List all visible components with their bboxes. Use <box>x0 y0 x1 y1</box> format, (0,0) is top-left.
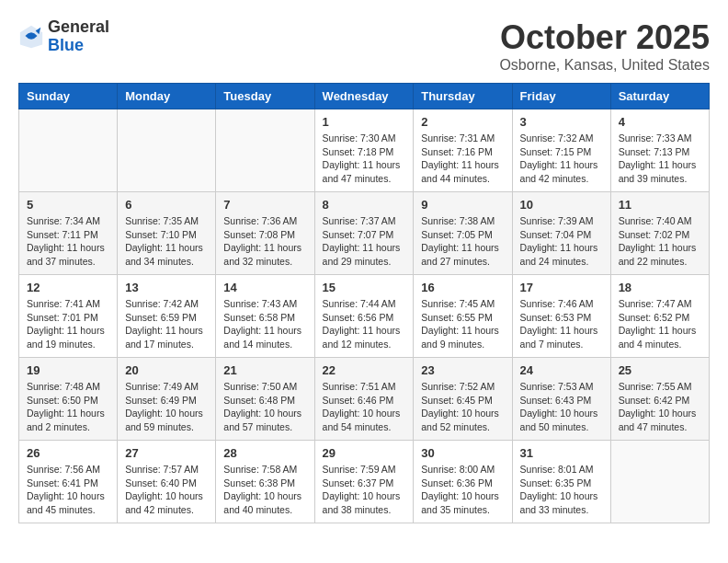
day-info: Sunrise: 7:40 AMSunset: 7:02 PMDaylight:… <box>619 214 701 269</box>
logo-icon <box>18 24 44 50</box>
calendar-cell: 13Sunrise: 7:42 AMSunset: 6:59 PMDayligh… <box>118 275 216 358</box>
calendar-cell: 8Sunrise: 7:37 AMSunset: 7:07 PMDaylight… <box>314 192 414 275</box>
day-number: 11 <box>619 198 701 212</box>
calendar-cell: 23Sunrise: 7:52 AMSunset: 6:45 PMDayligh… <box>414 358 512 441</box>
calendar-cell: 30Sunrise: 8:00 AMSunset: 6:36 PMDayligh… <box>414 441 512 523</box>
calendar-cell <box>610 441 709 523</box>
calendar-cell: 16Sunrise: 7:45 AMSunset: 6:55 PMDayligh… <box>414 275 512 358</box>
day-number: 30 <box>421 446 504 460</box>
day-number: 31 <box>520 446 603 460</box>
calendar-cell <box>19 109 118 192</box>
calendar-cell: 15Sunrise: 7:44 AMSunset: 6:56 PMDayligh… <box>314 275 414 358</box>
week-row-1: 1Sunrise: 7:30 AMSunset: 7:18 PMDaylight… <box>19 109 710 192</box>
calendar-cell: 10Sunrise: 7:39 AMSunset: 7:04 PMDayligh… <box>512 192 610 275</box>
weekday-header-friday: Friday <box>512 84 610 109</box>
day-number: 29 <box>323 446 406 460</box>
calendar-cell: 25Sunrise: 7:55 AMSunset: 6:42 PMDayligh… <box>610 358 709 441</box>
day-info: Sunrise: 7:52 AMSunset: 6:45 PMDaylight:… <box>421 380 504 434</box>
logo-blue-label: Blue <box>48 37 109 55</box>
day-info: Sunrise: 7:30 AMSunset: 7:18 PMDaylight:… <box>323 132 406 186</box>
day-number: 8 <box>323 198 406 212</box>
week-row-5: 26Sunrise: 7:56 AMSunset: 6:41 PMDayligh… <box>19 441 710 523</box>
day-info: Sunrise: 7:53 AMSunset: 6:43 PMDaylight:… <box>520 380 603 434</box>
day-info: Sunrise: 7:43 AMSunset: 6:58 PMDaylight:… <box>223 297 306 351</box>
day-info: Sunrise: 7:57 AMSunset: 6:40 PMDaylight:… <box>125 463 208 517</box>
day-number: 9 <box>421 198 504 212</box>
day-info: Sunrise: 7:50 AMSunset: 6:48 PMDaylight:… <box>223 380 306 434</box>
day-info: Sunrise: 7:32 AMSunset: 7:15 PMDaylight:… <box>520 132 603 186</box>
day-number: 28 <box>223 446 306 460</box>
weekday-header-thursday: Thursday <box>414 84 512 109</box>
day-number: 22 <box>323 363 406 377</box>
calendar-cell: 19Sunrise: 7:48 AMSunset: 6:50 PMDayligh… <box>19 358 118 441</box>
day-info: Sunrise: 7:49 AMSunset: 6:49 PMDaylight:… <box>125 380 208 434</box>
week-row-4: 19Sunrise: 7:48 AMSunset: 6:50 PMDayligh… <box>19 358 710 441</box>
day-number: 4 <box>619 115 701 129</box>
day-info: Sunrise: 7:48 AMSunset: 6:50 PMDaylight:… <box>27 380 109 434</box>
day-number: 27 <box>125 446 208 460</box>
day-info: Sunrise: 7:33 AMSunset: 7:13 PMDaylight:… <box>619 132 701 186</box>
day-number: 23 <box>421 363 504 377</box>
calendar-cell: 18Sunrise: 7:47 AMSunset: 6:52 PMDayligh… <box>610 275 709 358</box>
day-info: Sunrise: 7:59 AMSunset: 6:37 PMDaylight:… <box>323 463 406 517</box>
day-info: Sunrise: 8:01 AMSunset: 6:35 PMDaylight:… <box>520 463 603 517</box>
calendar-cell: 31Sunrise: 8:01 AMSunset: 6:35 PMDayligh… <box>512 441 610 523</box>
week-row-2: 5Sunrise: 7:34 AMSunset: 7:11 PMDaylight… <box>19 192 710 275</box>
calendar-cell: 2Sunrise: 7:31 AMSunset: 7:16 PMDaylight… <box>414 109 512 192</box>
day-info: Sunrise: 7:44 AMSunset: 6:56 PMDaylight:… <box>323 297 406 351</box>
calendar-cell: 24Sunrise: 7:53 AMSunset: 6:43 PMDayligh… <box>512 358 610 441</box>
day-info: Sunrise: 8:00 AMSunset: 6:36 PMDaylight:… <box>421 463 504 517</box>
weekday-header-saturday: Saturday <box>610 84 709 109</box>
calendar-cell: 1Sunrise: 7:30 AMSunset: 7:18 PMDaylight… <box>314 109 414 192</box>
weekday-header-monday: Monday <box>118 84 216 109</box>
day-number: 20 <box>125 363 208 377</box>
day-info: Sunrise: 7:31 AMSunset: 7:16 PMDaylight:… <box>421 132 504 186</box>
day-number: 24 <box>520 363 603 377</box>
weekday-header-wednesday: Wednesday <box>314 84 414 109</box>
calendar-cell: 27Sunrise: 7:57 AMSunset: 6:40 PMDayligh… <box>118 441 216 523</box>
day-info: Sunrise: 7:51 AMSunset: 6:46 PMDaylight:… <box>323 380 406 434</box>
day-info: Sunrise: 7:34 AMSunset: 7:11 PMDaylight:… <box>27 214 109 269</box>
month-title: October 2025 <box>499 18 710 57</box>
calendar-cell: 9Sunrise: 7:38 AMSunset: 7:05 PMDaylight… <box>414 192 512 275</box>
day-number: 3 <box>520 115 603 129</box>
day-number: 16 <box>421 281 504 294</box>
day-number: 2 <box>421 115 504 129</box>
day-number: 7 <box>223 198 306 212</box>
day-number: 17 <box>520 281 603 294</box>
day-number: 6 <box>125 198 208 212</box>
day-number: 21 <box>223 363 306 377</box>
day-number: 15 <box>323 281 406 294</box>
weekday-header-row: SundayMondayTuesdayWednesdayThursdayFrid… <box>19 84 710 109</box>
day-info: Sunrise: 7:42 AMSunset: 6:59 PMDaylight:… <box>125 297 208 351</box>
weekday-header-tuesday: Tuesday <box>216 84 314 109</box>
day-number: 25 <box>619 363 701 377</box>
location: Osborne, Kansas, United States <box>499 57 710 74</box>
day-info: Sunrise: 7:38 AMSunset: 7:05 PMDaylight:… <box>421 214 504 269</box>
day-number: 14 <box>223 281 306 294</box>
day-info: Sunrise: 7:58 AMSunset: 6:38 PMDaylight:… <box>223 463 306 517</box>
day-number: 26 <box>27 446 109 460</box>
calendar-cell: 11Sunrise: 7:40 AMSunset: 7:02 PMDayligh… <box>610 192 709 275</box>
day-number: 18 <box>619 281 701 294</box>
calendar-cell: 5Sunrise: 7:34 AMSunset: 7:11 PMDaylight… <box>19 192 118 275</box>
day-info: Sunrise: 7:41 AMSunset: 7:01 PMDaylight:… <box>27 297 109 351</box>
calendar-cell <box>118 109 216 192</box>
calendar-cell: 29Sunrise: 7:59 AMSunset: 6:37 PMDayligh… <box>314 441 414 523</box>
day-info: Sunrise: 7:37 AMSunset: 7:07 PMDaylight:… <box>323 214 406 269</box>
day-info: Sunrise: 7:36 AMSunset: 7:08 PMDaylight:… <box>223 214 306 269</box>
calendar-cell: 22Sunrise: 7:51 AMSunset: 6:46 PMDayligh… <box>314 358 414 441</box>
calendar-cell: 6Sunrise: 7:35 AMSunset: 7:10 PMDaylight… <box>118 192 216 275</box>
page-header: General Blue October 2025 Osborne, Kansa… <box>18 18 710 74</box>
day-info: Sunrise: 7:47 AMSunset: 6:52 PMDaylight:… <box>619 297 701 351</box>
calendar-cell: 4Sunrise: 7:33 AMSunset: 7:13 PMDaylight… <box>610 109 709 192</box>
week-row-3: 12Sunrise: 7:41 AMSunset: 7:01 PMDayligh… <box>19 275 710 358</box>
calendar-cell <box>216 109 314 192</box>
calendar-cell: 20Sunrise: 7:49 AMSunset: 6:49 PMDayligh… <box>118 358 216 441</box>
day-info: Sunrise: 7:55 AMSunset: 6:42 PMDaylight:… <box>619 380 701 434</box>
day-number: 10 <box>520 198 603 212</box>
weekday-header-sunday: Sunday <box>19 84 118 109</box>
day-number: 12 <box>27 281 109 294</box>
title-block: October 2025 Osborne, Kansas, United Sta… <box>499 18 710 74</box>
calendar-table: SundayMondayTuesdayWednesdayThursdayFrid… <box>18 83 710 523</box>
